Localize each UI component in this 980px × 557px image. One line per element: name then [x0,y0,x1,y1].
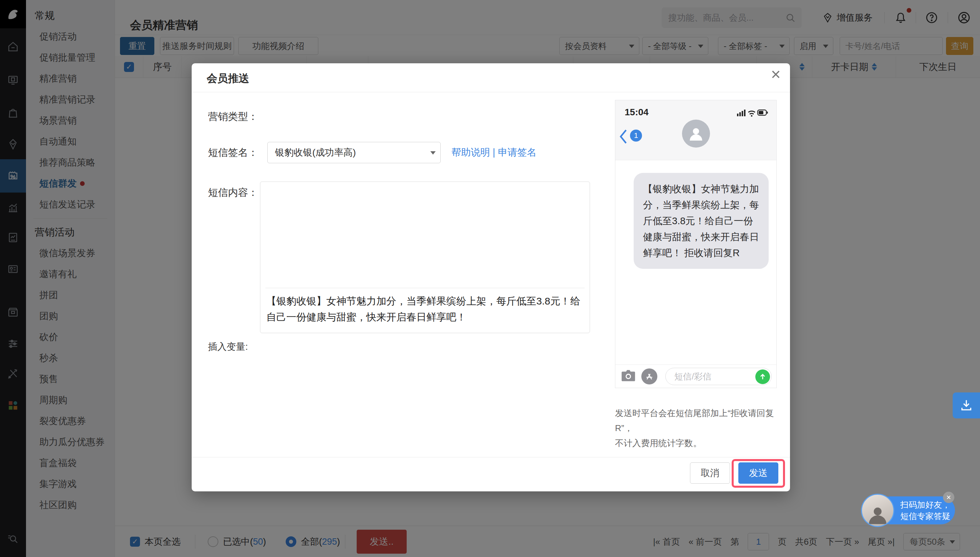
download-fab[interactable] [953,393,980,419]
advisor-avatar[interactable] [861,494,894,527]
screen: 常规促销活动促销批量管理精准营销精准营销记录场景营销自动通知推荐商品策略短信群发… [0,0,980,557]
signature-select[interactable]: 银豹收银(成功率高) [267,142,441,163]
phone-time: 15:04 [625,107,649,117]
signal-wifi-battery-icons [737,108,769,117]
marketing-type-row: 营销类型： [208,110,267,124]
sms-textarea[interactable]: 【银豹收银】女神节魅力加分，当季鲜果缤纷上架，每斤低至3.8元！给自己一份健康与… [266,293,584,325]
back-chevron-icon[interactable] [619,129,629,144]
divider [192,457,790,458]
send-arrow-icon[interactable] [755,370,770,384]
camera-icon[interactable] [621,369,636,383]
signature-label: 短信签名： [208,146,258,160]
modal-title: 会员推送 [207,71,249,86]
signature-help-links[interactable]: 帮助说明 | 申请签名 [451,146,536,159]
member-push-modal: 会员推送 × 营销类型： 短信签名： 银豹收银(成功率高) 帮助说明 | 申请签… [192,63,790,491]
divider [265,288,585,288]
phone-input-bar [615,365,776,388]
chat-widget: 扫码加好友，短信专家答疑 × [861,492,961,530]
marketing-type-label: 营销类型： [208,110,258,124]
close-icon[interactable]: × [771,66,781,83]
phone-message-input[interactable] [665,368,772,385]
sms-content-label: 短信内容： [208,186,258,200]
insert-variables-label: 插入变量: [208,340,248,353]
cancel-button[interactable]: 取消 [690,463,730,484]
chevron-down-icon [430,151,436,155]
phone-message-input-field[interactable] [673,371,742,382]
signature-row: 短信签名： 银豹收银(成功率高) 帮助说明 | 申请签名 [208,142,536,163]
divider [192,92,790,92]
appstore-icon[interactable] [641,368,657,384]
sms-bubble: 【银豹收银】女神节魅力加分，当季鲜果缤纷上架，每斤低至3.8元！给自己一份健康与… [634,173,769,269]
chat-close-icon[interactable]: × [943,492,954,503]
phone-status-bar: 15:04 1 [615,100,776,160]
unread-badge: 1 [630,130,642,142]
sms-content-box: 【银豹收银】女神节魅力加分，当季鲜果缤纷上架，每斤低至3.8元！给自己一份健康与… [260,182,590,333]
insert-variables-row: 插入变量: [208,340,253,353]
contact-avatar-icon [682,120,710,148]
append-note: 发送时平台会在短信尾部加上“拒收请回复R”， 不计入费用统计字数。 [615,406,780,451]
phone-preview: 15:04 1 【银豹收银】女神节魅力加分，当季鲜果缤纷上架，每斤低至3.8元！… [615,100,777,388]
modal-send-button[interactable]: 发送 [738,463,778,484]
